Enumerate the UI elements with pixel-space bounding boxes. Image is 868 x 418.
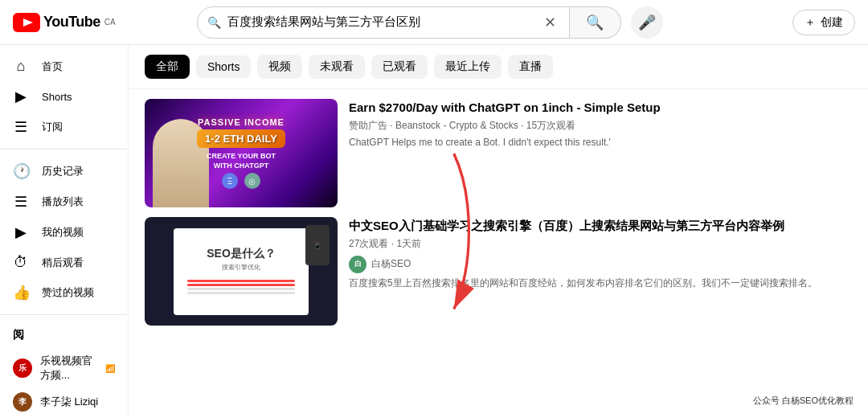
table-row[interactable]: SEO是什么？ 搜索引擎优化 📱 [145,217,852,326]
sidebar-item-my-videos[interactable]: ▶ 我的视频 [0,217,128,248]
sidebar-item-home[interactable]: ⌂ 首页 [0,51,128,81]
clear-button[interactable]: ✕ [541,14,559,31]
sidebar-watch-later-label: 稍后观看 [42,256,84,270]
sidebar-item-watch-later[interactable]: ⏱ 稍后观看 [0,248,128,277]
sidebar-channel-liziqi[interactable]: 李 李子柒 Liziqi [0,387,128,416]
sidebar-my-videos-label: 我的视频 [42,225,84,240]
seo-screen: SEO是什么？ 搜索引擎优化 [174,228,309,315]
thumbnail-seo: SEO是什么？ 搜索引擎优化 📱 [145,217,338,326]
tab-unwatched[interactable]: 未观看 [309,55,365,79]
sidebar-item-liked[interactable]: 👍 赞过的视频 [0,277,128,308]
sidebar-home-label: 首页 [42,59,63,74]
search-icon: 🔍 [207,16,221,29]
plus-icon: ＋ [805,15,816,30]
youtube-logo[interactable]: YouTubeCA [13,13,116,32]
seo-line-3 [187,288,295,290]
sidebar-divider-1 [0,149,128,150]
tab-shorts[interactable]: Shorts [196,55,251,78]
shorts-icon: ▶ [13,88,29,105]
video-list: PASSIVE INCOME 1-2 ETH DAILY CREATE YOUR… [129,89,868,335]
views-1: 15万次观看 [526,120,575,131]
sidebar-subscriptions-label: 订阅 [42,120,63,134]
bot-text: CREATE YOUR BOT [197,152,285,160]
crypto-icons: Ξ ◎ [197,173,285,189]
search-submit-icon: 🔍 [586,14,604,31]
watch-later-icon: ⏱ [13,254,29,271]
my-videos-icon: ▶ [13,223,29,241]
create-button[interactable]: ＋ 创建 [792,10,855,35]
search-button[interactable]: 🔍 [570,6,621,39]
create-label: 创建 [821,15,843,30]
logo-area: YouTubeCA [13,13,125,32]
microphone-button[interactable]: 🎤 [631,6,663,39]
sidebar-channel-leshi[interactable]: 乐 乐视视频官方频... 📶 [0,349,128,387]
main-layout: ⌂ 首页 ▶ Shorts ☰ 订阅 🕐 历史记录 ☰ 播放列表 ▶ 我的视频 … [0,45,868,418]
sidebar-liked-label: 赞过的视频 [42,285,94,300]
video-meta-2: 27次观看 · 1天前 [349,237,852,251]
chatgpt-text: WITH CHATGPT [197,162,285,170]
watermark-text: 公众号 白杨SEO优化教程 [753,395,854,407]
leshi-avatar: 乐 [13,359,32,378]
table-row[interactable]: PASSIVE INCOME 1-2 ETH DAILY CREATE YOUR… [145,99,852,207]
live-badge: 📶 [105,364,115,373]
video-title-2: 中文SEO入门基础学习之搜索引擎（百度）上搜索结果网站与第三方平台内容举例 [349,217,852,234]
header-right: ＋ 创建 [792,10,855,35]
phone-frame: 📱 [305,225,330,265]
video-desc-2: 百度搜索5里上百然搜索排名里的网站和百度经站，如何发布内容排名它们的区别。我们不… [349,277,852,290]
sidebar-item-subscriptions[interactable]: ☰ 订阅 [0,112,128,142]
history-icon: 🕐 [13,162,29,180]
video-meta-1: 赞助广告 · Beanstock - Crypto & Stocks · 15万… [349,119,852,133]
youtube-text: YouTube [43,14,100,31]
video-info-1: Earn $2700/Day with ChatGPT on 1inch - S… [349,99,852,207]
home-icon: ⌂ [13,58,29,75]
tab-live[interactable]: 直播 [508,55,553,79]
video-title-1: Earn $2700/Day with ChatGPT on 1inch - S… [349,99,852,116]
header: YouTubeCA 🔍 ✕ 🔍 🎤 ＋ 创建 [0,0,868,45]
sidebar-divider-2 [0,314,128,315]
channel-avatar-2: 白 [349,256,366,273]
liziqi-name: 李子柒 Liziqi [40,395,98,409]
channel-info-2: 白 白杨SEO [349,256,852,273]
leshi-name: 乐视视频官方频... [40,354,97,383]
subscriptions-icon: ☰ [13,118,29,136]
views-2: 27次观看 [349,238,388,249]
watermark: 公众号 白杨SEO优化教程 [747,391,860,410]
tab-all[interactable]: 全部 [145,55,190,79]
seo-line-1 [187,280,295,282]
eth-badge: 1-2 ETH DAILY [197,129,285,148]
time-2: 1天前 [396,238,421,249]
eth-icon: Ξ [222,173,238,189]
playlist-icon: ☰ [13,193,29,211]
sidebar: ⌂ 首页 ▶ Shorts ☰ 订阅 🕐 历史记录 ☰ 播放列表 ▶ 我的视频 … [0,45,129,418]
thumbnail-passive: PASSIVE INCOME 1-2 ETH DAILY CREATE YOUR… [145,99,338,207]
channel-name-1: Beanstock - Crypto & Stocks [395,120,518,131]
seo-line-2 [187,284,295,286]
seo-subtitle-text: 搜索引擎优化 [222,263,260,272]
gpt-icon: ◎ [244,173,260,189]
liked-icon: 👍 [13,284,29,301]
youtube-icon [13,13,40,32]
separator-2: · [521,120,526,131]
seo-line-4 [187,292,295,294]
sidebar-item-history[interactable]: 🕐 历史记录 [0,156,128,186]
content-area: 全部 Shorts 视频 未观看 已观看 最近上传 直播 PASSIVE INC… [129,45,868,335]
sidebar-item-shorts[interactable]: ▶ Shorts [0,81,128,112]
thumb-content: PASSIVE INCOME 1-2 ETH DAILY CREATE YOUR… [197,117,285,189]
video-desc-1: ChatGPT Helps me to create a Bot. I didn… [349,136,852,150]
search-area: 🔍 ✕ 🔍 🎤 [197,6,663,39]
sidebar-item-playlists[interactable]: ☰ 播放列表 [0,186,128,217]
channel-name-2: 白杨SEO [371,257,411,271]
sidebar-shorts-label: Shorts [42,91,72,103]
sidebar-playlists-label: 播放列表 [42,195,84,209]
search-box: 🔍 ✕ [197,6,570,39]
microphone-icon: 🎤 [638,14,656,31]
passive-title: PASSIVE INCOME [197,117,285,127]
tab-videos[interactable]: 视频 [257,55,302,79]
tab-recent[interactable]: 最近上传 [434,55,502,79]
seo-lines [187,278,295,296]
tab-watched[interactable]: 已观看 [371,55,428,79]
phone-icon: 📱 [313,242,321,249]
video-info-2: 中文SEO入门基础学习之搜索引擎（百度）上搜索结果网站与第三方平台内容举例 27… [349,217,852,326]
content-wrapper: 全部 Shorts 视频 未观看 已观看 最近上传 直播 PASSIVE INC… [129,45,868,418]
search-input[interactable] [227,15,541,29]
